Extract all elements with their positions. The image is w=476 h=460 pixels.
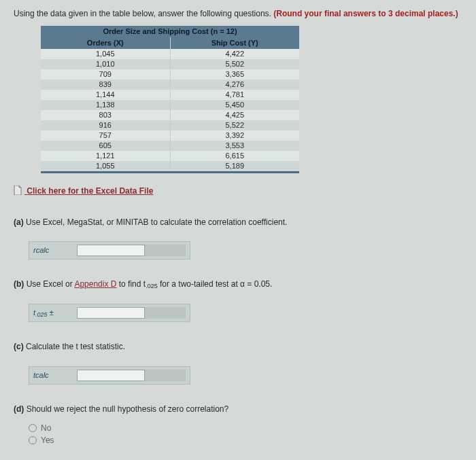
cell-y: 5,189 [170, 161, 299, 171]
table-row: 1,1216,615 [41, 151, 299, 161]
part-b-answer: t.025 ± [29, 304, 190, 322]
answer-shade [145, 307, 186, 319]
table-row: 8394,276 [41, 79, 299, 90]
intro-text: Using the data given in the table below,… [14, 9, 271, 18]
cell-y: 4,422 [170, 49, 299, 59]
part-c: (c) Calculate the t test statistic. [14, 341, 462, 352]
tcalc-label: tcalc [33, 370, 77, 381]
cell-x: 1,045 [41, 49, 170, 59]
part-d: (d) Should we reject the null hypothesis… [14, 404, 462, 414]
excel-link-text: Click here for the Excel Data File [27, 186, 153, 196]
part-c-prefix: (c) [14, 342, 24, 351]
option-yes-label: Yes [41, 435, 54, 446]
tcalc-input[interactable] [77, 370, 145, 381]
cell-y: 3,365 [170, 69, 299, 79]
table-row: 1,0555,189 [41, 161, 299, 171]
table-row: 1,1444,781 [41, 90, 299, 100]
part-a-text: Use Excel, MegaStat, or MINITAB to calcu… [26, 217, 287, 227]
table-row: 1,1385,450 [41, 100, 299, 110]
cell-x: 803 [41, 110, 170, 120]
cell-x: 839 [41, 79, 170, 90]
question-intro: Using the data given in the table below,… [14, 8, 462, 19]
data-table: Order Size and Shipping Cost (n = 12) Or… [41, 26, 299, 173]
part-b-mid: to find t [116, 279, 146, 289]
part-b-post: for a two-tailed test at α = 0.05. [158, 279, 273, 289]
cell-y: 6,615 [170, 151, 299, 161]
table-row: 7573,392 [41, 130, 299, 141]
option-yes[interactable]: Yes [29, 435, 462, 446]
answer-shade [145, 370, 186, 381]
option-no-label: No [41, 423, 51, 434]
option-no[interactable]: No [29, 423, 462, 434]
radio-icon [29, 436, 37, 444]
table-row: 1,0454,422 [41, 49, 299, 59]
file-icon [14, 185, 22, 195]
rcalc-label: rcalc [33, 245, 77, 255]
table-row: 1,0105,502 [41, 59, 299, 69]
part-a-answer: rcalc [29, 241, 190, 260]
table-row: 6053,553 [41, 141, 299, 151]
cell-y: 4,425 [170, 110, 299, 120]
part-b: (b) Use Excel or Appendix D to find t.02… [14, 279, 462, 290]
table-title: Order Size and Shipping Cost (n = 12) [41, 26, 299, 37]
excel-data-file-link[interactable]: Click here for the Excel Data File [14, 185, 153, 196]
round-note: (Round your final answers to 3 decimal p… [273, 9, 458, 18]
appendix-d-link[interactable]: Appendix D [74, 279, 116, 289]
cell-y: 3,392 [170, 130, 299, 141]
answer-shade [145, 245, 186, 256]
part-a: (a) Use Excel, MegaStat, or MINITAB to c… [14, 217, 462, 228]
radio-icon [29, 424, 37, 432]
cell-y: 4,781 [170, 90, 299, 100]
table-row: 7093,365 [41, 69, 299, 79]
part-b-sub: .025 [146, 283, 158, 289]
t025-label: t.025 ± [33, 308, 77, 319]
cell-y: 4,276 [170, 79, 299, 90]
rcalc-input[interactable] [77, 245, 145, 256]
cell-x: 1,138 [41, 100, 170, 110]
part-d-text: Should we reject the null hypothesis of … [27, 404, 229, 414]
cell-y: 3,553 [170, 141, 299, 151]
t025-input[interactable] [77, 307, 145, 319]
part-b-prefix: (b) [14, 279, 24, 289]
cell-x: 1,010 [41, 59, 170, 69]
cell-x: 1,055 [41, 161, 170, 171]
data-table-wrap: Order Size and Shipping Cost (n = 12) Or… [41, 26, 299, 173]
part-d-options: No Yes [29, 423, 462, 446]
part-c-text: Calculate the t test statistic. [26, 342, 125, 351]
col-header-x: Orders (X) [41, 37, 170, 49]
cell-x: 757 [41, 130, 170, 141]
cell-x: 1,121 [41, 151, 170, 161]
part-d-prefix: (d) [14, 404, 24, 414]
part-c-answer: tcalc [29, 366, 190, 385]
cell-y: 5,450 [170, 100, 299, 110]
cell-y: 5,522 [170, 120, 299, 130]
table-row: 9165,522 [41, 120, 299, 130]
cell-x: 916 [41, 120, 170, 130]
cell-x: 605 [41, 141, 170, 151]
col-header-y: Ship Cost (Y) [170, 37, 299, 49]
cell-x: 709 [41, 69, 170, 79]
cell-y: 5,502 [170, 59, 299, 69]
cell-x: 1,144 [41, 90, 170, 100]
table-row: 8034,425 [41, 110, 299, 120]
part-a-prefix: (a) [14, 217, 24, 227]
part-b-pre: Use Excel or [27, 279, 75, 289]
